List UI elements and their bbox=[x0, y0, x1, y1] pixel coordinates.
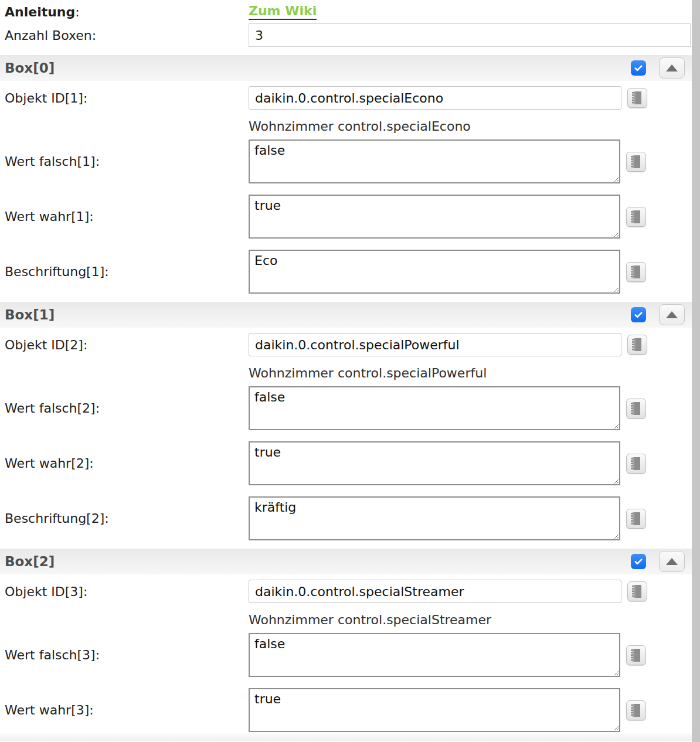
select-id-button[interactable] bbox=[626, 399, 646, 418]
box-enabled-checkbox[interactable] bbox=[631, 554, 646, 569]
wert-falsch-label: Wert falsch[1]: bbox=[0, 154, 249, 169]
object-id-input[interactable] bbox=[249, 333, 621, 356]
beschriftung-textarea[interactable]: kräftig bbox=[249, 496, 620, 540]
object-id-label: Objekt ID[2]: bbox=[0, 338, 249, 352]
object-id-row: Objekt ID[3]: bbox=[0, 580, 692, 603]
wert-falsch-label: Wert falsch[3]: bbox=[0, 648, 249, 662]
object-id-row: Objekt ID[1]: bbox=[0, 86, 692, 110]
notebook-icon bbox=[630, 401, 643, 416]
select-id-button[interactable] bbox=[626, 152, 646, 172]
beschriftung-row: Beschriftung[2]: kräftig bbox=[0, 496, 692, 540]
wert-wahr-textarea[interactable]: true bbox=[249, 688, 620, 732]
beschriftung-row: Beschriftung[1]: Eco bbox=[0, 250, 692, 294]
anzahl-boxen-row: Anzahl Boxen: bbox=[0, 23, 692, 47]
object-id-hint: Wohnzimmer control.specialEcono bbox=[249, 119, 471, 134]
box-header: Box[0] bbox=[0, 55, 692, 81]
anzahl-boxen-label: Anzahl Boxen: bbox=[0, 28, 249, 43]
select-id-button[interactable] bbox=[627, 88, 647, 108]
wert-falsch-textarea[interactable]: false bbox=[249, 139, 620, 183]
object-id-row: Objekt ID[2]: bbox=[0, 333, 692, 356]
wert-falsch-row: Wert falsch[3]: false bbox=[0, 633, 692, 677]
notebook-icon bbox=[630, 648, 643, 662]
box-title: Box[0] bbox=[5, 60, 55, 76]
collapse-button[interactable] bbox=[659, 57, 685, 79]
wert-wahr-textarea[interactable]: true bbox=[249, 195, 620, 239]
wert-falsch-label: Wert falsch[2]: bbox=[0, 401, 249, 416]
object-id-input[interactable] bbox=[249, 86, 621, 110]
beschriftung-label: Beschriftung[1]: bbox=[0, 264, 249, 279]
box-header: Box[1] bbox=[0, 302, 692, 328]
object-id-hint-row: Wohnzimmer control.specialStreamer bbox=[0, 611, 692, 628]
select-id-button[interactable] bbox=[626, 207, 646, 227]
box-enabled-checkbox[interactable] bbox=[631, 307, 646, 322]
anleitung-label: Anleitung: bbox=[0, 5, 249, 19]
notebook-icon bbox=[630, 512, 643, 526]
wert-wahr-label: Wert wahr[3]: bbox=[0, 703, 249, 717]
triangle-up-icon bbox=[666, 558, 678, 565]
wert-falsch-textarea[interactable]: false bbox=[249, 386, 620, 430]
wert-falsch-textarea[interactable]: false bbox=[249, 633, 620, 677]
wert-wahr-row: Wert wahr[3]: true bbox=[0, 688, 692, 732]
object-id-hint-row: Wohnzimmer control.specialPowerful bbox=[0, 365, 692, 381]
notebook-icon bbox=[630, 155, 643, 169]
select-id-button[interactable] bbox=[626, 509, 646, 529]
anzahl-boxen-input[interactable] bbox=[249, 23, 691, 47]
object-id-label: Objekt ID[1]: bbox=[0, 91, 249, 105]
anleitung-row: Anleitung: Zum Wiki bbox=[0, 0, 692, 23]
notebook-icon bbox=[631, 91, 644, 105]
select-id-button[interactable] bbox=[627, 581, 647, 601]
object-id-input[interactable] bbox=[249, 580, 621, 603]
wert-wahr-row: Wert wahr[1]: true bbox=[0, 195, 692, 239]
notebook-icon bbox=[630, 457, 643, 471]
select-id-button[interactable] bbox=[626, 700, 646, 720]
notebook-icon bbox=[630, 703, 643, 717]
select-id-button[interactable] bbox=[627, 335, 647, 355]
select-id-button[interactable] bbox=[626, 645, 646, 665]
widget-settings-panel: Anleitung: Zum Wiki Anzahl Boxen: Box[0]… bbox=[0, 0, 692, 741]
triangle-up-icon bbox=[666, 311, 678, 318]
notebook-icon bbox=[631, 338, 644, 352]
wert-wahr-label: Wert wahr[1]: bbox=[0, 209, 249, 224]
wert-wahr-textarea[interactable]: true bbox=[249, 441, 620, 485]
object-id-label: Objekt ID[3]: bbox=[0, 584, 249, 599]
notebook-icon bbox=[630, 210, 643, 224]
wert-wahr-row: Wert wahr[2]: true bbox=[0, 441, 692, 485]
box-title: Box[2] bbox=[5, 554, 55, 569]
box-title: Box[1] bbox=[5, 307, 55, 322]
wert-falsch-row: Wert falsch[2]: false bbox=[0, 386, 692, 430]
next-row-partial bbox=[0, 733, 692, 741]
collapse-button[interactable] bbox=[659, 551, 685, 572]
beschriftung-label: Beschriftung[2]: bbox=[0, 511, 249, 526]
select-id-button[interactable] bbox=[626, 454, 646, 474]
beschriftung-textarea[interactable]: Eco bbox=[249, 250, 620, 294]
vertical-scrollbar[interactable] bbox=[692, 0, 700, 742]
object-id-hint-row: Wohnzimmer control.specialEcono bbox=[0, 118, 692, 134]
wert-wahr-label: Wert wahr[2]: bbox=[0, 456, 249, 471]
box-section-0: Box[0] Objekt ID[1]: Wohnzimmer control.… bbox=[0, 55, 692, 294]
triangle-up-icon bbox=[666, 64, 678, 72]
notebook-icon bbox=[631, 584, 644, 598]
box-enabled-checkbox[interactable] bbox=[631, 60, 646, 76]
box-section-2: Box[2] Objekt ID[3]: Wohnzimmer control.… bbox=[0, 549, 692, 732]
checkmark-icon bbox=[633, 63, 644, 73]
checkmark-icon bbox=[633, 309, 644, 320]
box-section-1: Box[1] Objekt ID[2]: Wohnzimmer control.… bbox=[0, 302, 692, 540]
wert-falsch-row: Wert falsch[1]: false bbox=[0, 139, 692, 183]
checkmark-icon bbox=[633, 556, 644, 567]
object-id-hint: Wohnzimmer control.specialPowerful bbox=[249, 366, 487, 380]
wiki-link[interactable]: Zum Wiki bbox=[249, 4, 317, 20]
box-header: Box[2] bbox=[0, 549, 692, 574]
select-id-button[interactable] bbox=[626, 262, 646, 282]
object-id-hint: Wohnzimmer control.specialStreamer bbox=[249, 612, 491, 627]
collapse-button[interactable] bbox=[659, 304, 685, 325]
notebook-icon bbox=[630, 265, 643, 279]
